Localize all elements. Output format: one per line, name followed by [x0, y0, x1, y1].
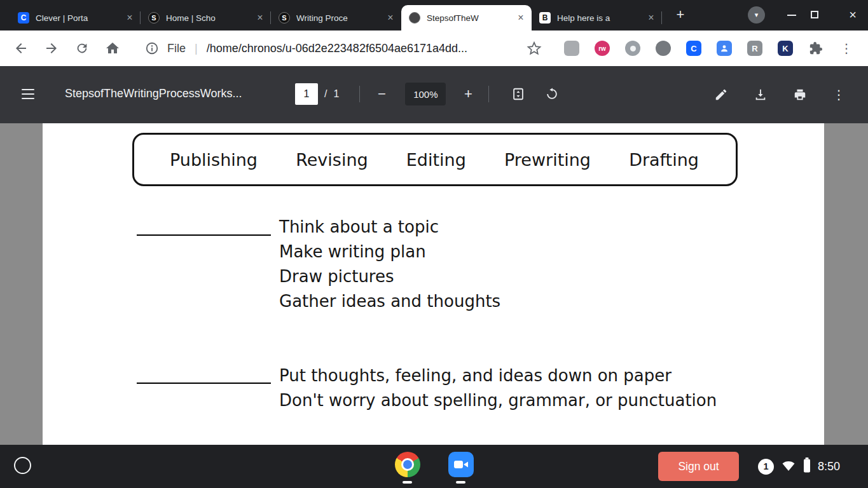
new-tab-button[interactable]: + — [672, 6, 689, 24]
maximize-window-icon[interactable] — [811, 11, 818, 18]
toolbar-divider — [488, 86, 489, 102]
tabs: C Clever | Porta × S Home | Scho × S Wri… — [10, 5, 662, 30]
tab-steps-of-writing-process-active[interactable]: StepsofTheW × — [401, 5, 532, 30]
print-icon[interactable] — [792, 87, 808, 102]
person-extension-icon[interactable] — [717, 41, 732, 56]
zoom-in-icon[interactable]: + — [460, 86, 476, 102]
chrome-running-indicator — [403, 481, 412, 484]
toolbar-divider — [359, 86, 360, 102]
extension-icon-3[interactable] — [656, 41, 671, 56]
word-bank-item: Editing — [406, 150, 466, 170]
omnibox[interactable]: File | /home/chronos/u-06d2e223482f6504a… — [144, 30, 467, 66]
url-scheme-label: File — [167, 42, 186, 55]
zoom-out-icon[interactable]: − — [374, 86, 389, 102]
fill-in-blank — [137, 234, 271, 236]
clever-favicon-icon: C — [18, 12, 29, 24]
clue-line: Draw pictures — [279, 264, 500, 289]
clue-line: Make writing plan — [279, 240, 500, 264]
minimize-window-icon[interactable] — [787, 15, 796, 16]
zoom-running-indicator — [456, 481, 465, 484]
word-bank-item: Publishing — [170, 150, 258, 170]
tab-strip: C Clever | Porta × S Home | Scho × S Wri… — [0, 0, 868, 30]
tab-title: Writing Proce — [296, 13, 385, 23]
extension-icon-1[interactable] — [564, 41, 579, 56]
schoology-favicon-icon: S — [148, 12, 160, 24]
close-window-icon[interactable]: × — [846, 7, 860, 24]
tab-title: StepsofTheW — [427, 13, 515, 23]
tab-schoology-home[interactable]: S Home | Scho × — [141, 5, 271, 30]
clue-line: Gather ideas and thoughts — [279, 289, 500, 314]
pdf-toolbar: StepsofTheWritingProcessWorks... 1 / 1 −… — [0, 66, 868, 123]
annotate-pencil-icon[interactable] — [713, 87, 729, 102]
pdf-document-title: StepsofTheWritingProcessWorks... — [65, 87, 242, 100]
pdf-action-buttons: ⋮ — [713, 87, 846, 102]
schoology-favicon-icon: S — [279, 12, 290, 24]
status-tray[interactable]: 1 8:50 — [758, 445, 840, 488]
rotate-icon[interactable] — [544, 86, 560, 102]
url-separator: | — [195, 42, 198, 55]
tab-title: Clever | Porta — [36, 13, 124, 23]
clever-extension-icon[interactable]: C — [686, 41, 701, 56]
readwrite-extension-icon[interactable]: rw — [595, 41, 610, 56]
tab-separator — [661, 11, 662, 24]
fit-page-icon[interactable] — [511, 86, 526, 102]
r-extension-icon[interactable]: R — [747, 41, 762, 56]
extension-icon-2[interactable] — [625, 41, 640, 56]
address-bar: File | /home/chronos/u-06d2e223482f6504a… — [0, 30, 868, 66]
page-zoom-controls: 1 / 1 − 100% + — [295, 83, 560, 105]
download-icon[interactable] — [753, 87, 768, 102]
wifi-icon — [781, 459, 796, 474]
info-icon[interactable] — [144, 41, 160, 56]
tab-clever-portal[interactable]: C Clever | Porta × — [10, 5, 141, 30]
menu-icon[interactable] — [22, 89, 34, 99]
forward-icon[interactable] — [44, 41, 59, 56]
clue-line: Don't worry about spelling, grammar, or … — [279, 388, 717, 413]
pdf-favicon-icon — [409, 12, 420, 24]
tab-close-icon[interactable]: × — [254, 12, 266, 24]
tab-close-icon[interactable]: × — [385, 12, 396, 24]
tab-title: Help here is a — [557, 13, 645, 23]
page-separator: / — [324, 88, 327, 100]
brainly-favicon-icon: B — [539, 12, 551, 24]
shelf: Sign out 1 8:50 — [0, 445, 868, 488]
zoom-app-icon[interactable] — [448, 452, 474, 477]
bookmark-star-icon[interactable] — [527, 41, 542, 56]
clue-line: Think about a topic — [279, 215, 500, 240]
tab-close-icon[interactable]: × — [124, 12, 135, 24]
k-extension-icon[interactable]: K — [778, 41, 793, 56]
screen: C Clever | Porta × S Home | Scho × S Wri… — [0, 0, 868, 488]
sign-out-button[interactable]: Sign out — [658, 452, 739, 481]
tab-search-button[interactable]: ▾ — [748, 6, 765, 24]
word-bank-item: Drafting — [629, 150, 699, 170]
zoom-level-display[interactable]: 100% — [405, 83, 446, 105]
tab-help-here[interactable]: B Help here is a × — [532, 5, 662, 30]
pdf-page[interactable]: Publishing Revising Editing Prewriting D… — [43, 123, 824, 445]
puzzle-extensions-icon[interactable] — [808, 41, 823, 56]
total-pages-label: 1 — [333, 88, 339, 100]
word-bank-box: Publishing Revising Editing Prewriting D… — [132, 133, 738, 186]
chrome-icon[interactable] — [395, 452, 420, 477]
launcher-icon[interactable] — [14, 457, 31, 474]
fill-in-blank — [137, 383, 271, 384]
word-bank-item: Revising — [296, 150, 368, 170]
home-icon[interactable] — [105, 41, 120, 56]
clue-line: Put thoughts, feeling, and ideas down on… — [279, 363, 717, 388]
tab-close-icon[interactable]: × — [515, 12, 527, 24]
pdf-menu-icon[interactable]: ⋮ — [832, 88, 846, 102]
extensions-row: rw C R K ⋮ — [564, 30, 854, 66]
battery-icon — [803, 458, 811, 475]
back-icon[interactable] — [13, 41, 29, 56]
clock-label: 8:50 — [818, 460, 840, 473]
word-bank-item: Prewriting — [504, 150, 591, 170]
tab-title: Home | Scho — [166, 13, 254, 23]
url-path[interactable]: /home/chronos/u-06d2e223482f6504ae6171a4… — [207, 42, 467, 55]
reload-icon[interactable] — [74, 41, 90, 56]
drafting-clues: Put thoughts, feeling, and ideas down on… — [279, 363, 717, 413]
prewriting-clues: Think about a topic Make writing plan Dr… — [279, 215, 500, 314]
pdf-scroll-area[interactable]: Publishing Revising Editing Prewriting D… — [0, 123, 868, 445]
tab-writing-process[interactable]: S Writing Proce × — [271, 5, 401, 30]
browser-menu-icon[interactable]: ⋮ — [839, 41, 854, 56]
page-number-input[interactable]: 1 — [295, 83, 318, 105]
nav-buttons — [13, 41, 120, 56]
tab-close-icon[interactable]: × — [645, 12, 657, 24]
